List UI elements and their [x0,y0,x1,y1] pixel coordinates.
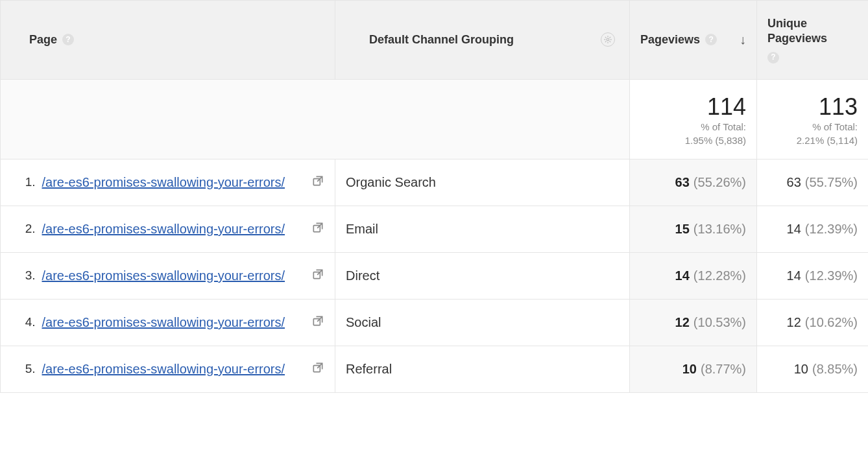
table-row: 2./are-es6-promises-swallowing-your-erro… [1,206,869,252]
help-icon[interactable]: ? [705,34,717,45]
row-pageviews: 15(13.16%) [630,206,757,252]
table-row: 5./are-es6-promises-swallowing-your-erro… [1,346,869,392]
row-channel: Social [335,299,630,346]
row-channel: Organic Search [335,159,630,206]
sort-desc-icon[interactable]: ↓ [740,32,746,47]
row-page-cell: /are-es6-promises-swallowing-your-errors… [40,159,335,206]
col-header-channel[interactable]: Default Channel Grouping [335,1,630,80]
table-header-row: Page ? Default Channel Grouping [1,1,869,80]
row-unique-pageviews: 63(55.75%) [757,159,869,206]
col-header-page-label: Page [29,33,57,47]
col-header-pageviews-label: Pageviews [640,32,700,47]
help-icon[interactable]: ? [62,34,74,45]
row-page-cell: /are-es6-promises-swallowing-your-errors… [40,299,335,346]
analytics-table: Page ? Default Channel Grouping [0,0,868,393]
open-external-icon[interactable] [311,314,324,331]
row-index: 1. [1,159,40,206]
page-link[interactable]: /are-es6-promises-swallowing-your-errors… [42,360,306,378]
row-index: 3. [1,252,40,299]
channel-config-icon[interactable] [601,32,615,47]
row-page-cell: /are-es6-promises-swallowing-your-errors… [40,346,335,392]
table-row: 1./are-es6-promises-swallowing-your-erro… [1,159,869,206]
row-pageviews: 14(12.28%) [630,252,757,299]
table-row: 3./are-es6-promises-swallowing-your-erro… [1,252,869,299]
summary-pageviews-pct: 1.95% (5,838) [685,135,746,146]
svg-line-5 [605,37,607,38]
page-link[interactable]: /are-es6-promises-swallowing-your-errors… [42,220,306,238]
row-index: 2. [1,206,40,252]
page-link[interactable]: /are-es6-promises-swallowing-your-errors… [42,314,306,331]
page-link[interactable]: /are-es6-promises-swallowing-your-errors… [42,174,306,191]
col-header-pageviews[interactable]: Pageviews ? ↓ [630,1,757,80]
summary-unique-pageviews: 113 % of Total: 2.21% (5,114) [757,79,869,159]
summary-pageviews: 114 % of Total: 1.95% (5,838) [630,79,757,159]
col-header-page[interactable]: Page ? [1,1,335,80]
svg-point-0 [607,39,609,41]
row-unique-pageviews: 10(8.85%) [757,346,869,392]
row-page-cell: /are-es6-promises-swallowing-your-errors… [40,252,335,299]
open-external-icon[interactable] [311,268,324,284]
row-unique-pageviews: 14(12.39%) [757,206,869,252]
row-unique-pageviews: 12(10.62%) [757,299,869,346]
row-pageviews: 10(8.77%) [630,346,757,392]
row-channel: Referral [335,346,630,392]
summary-pageviews-total: 114 [640,94,746,120]
row-index: 5. [1,346,40,392]
open-external-icon[interactable] [311,361,324,377]
row-page-cell: /are-es6-promises-swallowing-your-errors… [40,206,335,252]
summary-unique-pageviews-pct: 2.21% (5,114) [797,135,858,146]
row-pageviews: 63(55.26%) [630,159,757,206]
row-pageviews: 12(10.53%) [630,299,757,346]
summary-unique-pageviews-total: 113 [767,94,858,120]
svg-line-6 [609,41,610,43]
summary-row: 114 % of Total: 1.95% (5,838) 113 % of T… [1,79,869,159]
open-external-icon[interactable] [311,221,324,237]
svg-line-8 [609,37,610,38]
col-header-unique-pageviews-label: Unique Pageviews [767,16,858,47]
summary-unique-pageviews-pct-label: % of Total: [812,121,858,132]
page-link[interactable]: /are-es6-promises-swallowing-your-errors… [42,267,306,285]
summary-spacer [1,79,630,159]
help-icon[interactable]: ? [767,52,779,64]
open-external-icon[interactable] [311,174,324,191]
summary-pageviews-pct-label: % of Total: [701,121,746,132]
col-header-unique-pageviews[interactable]: Unique Pageviews ? [757,1,869,80]
col-header-channel-label: Default Channel Grouping [369,33,514,47]
svg-line-7 [605,41,607,43]
row-unique-pageviews: 14(12.39%) [757,252,869,299]
table-row: 4./are-es6-promises-swallowing-your-erro… [1,299,869,346]
row-channel: Direct [335,252,630,299]
row-index: 4. [1,299,40,346]
row-channel: Email [335,206,630,252]
